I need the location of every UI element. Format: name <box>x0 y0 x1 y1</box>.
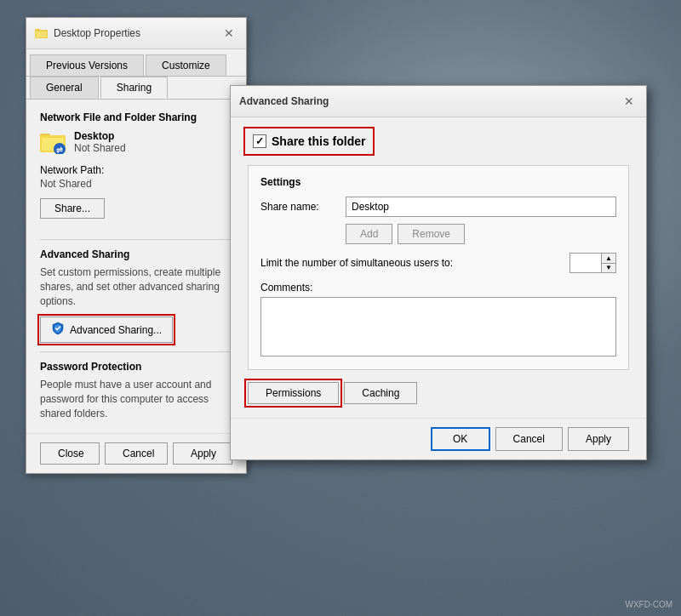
close-icon[interactable]: ✕ <box>220 25 237 42</box>
tab-row-1: Previous Versions Customize <box>26 49 246 77</box>
window-footer: Close Cancel Apply <box>26 433 246 473</box>
network-path-value: Not Shared <box>40 178 232 190</box>
advanced-sharing-button[interactable]: Advanced Sharing... <box>40 317 173 343</box>
share-name-row: Share name: <box>260 197 616 217</box>
divider-1 <box>40 239 232 240</box>
network-path-label: Network Path: <box>40 164 232 176</box>
watermark: WXFD·COM <box>625 600 672 609</box>
divider-2 <box>40 351 232 352</box>
advanced-sharing-dialog: Advanced Sharing ✕ Share this folder Set… <box>230 85 647 460</box>
window-title: Desktop Properties <box>54 27 140 39</box>
folder-info: ⇌ Desktop Not Shared <box>40 130 232 154</box>
advanced-sharing-btn-label: Advanced Sharing... <box>70 324 162 336</box>
add-remove-row: Add Remove <box>346 224 616 244</box>
advanced-sharing-section: Advanced Sharing Set custom permissions,… <box>40 248 232 343</box>
apply-button[interactable]: Apply <box>173 442 232 465</box>
password-section: Password Protection People must have a u… <box>40 361 232 420</box>
desktop-properties-window: Desktop Properties ✕ Previous Versions C… <box>26 17 247 474</box>
dialog-apply-button[interactable]: Apply <box>568 427 629 451</box>
dialog-cancel-button[interactable]: Cancel <box>495 427 563 451</box>
advanced-section-desc: Set custom permissions, create multiple … <box>40 265 232 308</box>
share-name-input[interactable] <box>346 197 616 217</box>
close-button[interactable]: Close <box>40 442 100 465</box>
permissions-button[interactable]: Permissions <box>248 382 339 404</box>
ok-button[interactable]: OK <box>431 427 490 451</box>
advanced-dialog-titlebar: Advanced Sharing ✕ <box>231 86 646 117</box>
folder-status: Not Shared <box>74 142 126 154</box>
network-section-title: Network File and Folder Sharing <box>40 111 232 123</box>
comments-input[interactable] <box>260 297 616 356</box>
advanced-dialog-title: Advanced Sharing <box>239 95 329 107</box>
advanced-dialog-content: Share this folder Settings Share name: A… <box>231 117 646 418</box>
add-button[interactable]: Add <box>346 224 392 244</box>
caching-button[interactable]: Caching <box>344 382 417 404</box>
share-folder-row: Share this folder <box>248 131 370 151</box>
tab-previous-versions[interactable]: Previous Versions <box>30 54 144 76</box>
simultaneous-input[interactable] <box>569 253 602 273</box>
svg-rect-3 <box>36 31 47 37</box>
folder-title-icon <box>35 27 49 39</box>
advanced-dialog-footer: OK Cancel Apply <box>231 418 646 459</box>
settings-group: Settings Share name: Add Remove Limit th… <box>248 165 629 370</box>
spinner-arrows: ▲ ▼ <box>602 253 616 273</box>
share-button[interactable]: Share... <box>40 198 105 219</box>
svg-text:⇌: ⇌ <box>56 145 63 154</box>
spinner-up-button[interactable]: ▲ <box>602 254 615 264</box>
remove-button[interactable]: Remove <box>398 224 465 244</box>
simultaneous-row: Limit the number of simultaneous users t… <box>260 253 616 273</box>
window-content: Network File and Folder Sharing ⇌ Deskto… <box>26 100 246 433</box>
cancel-button[interactable]: Cancel <box>105 442 168 465</box>
password-desc: People must have a user account and pass… <box>40 378 232 420</box>
advanced-dialog-close-icon[interactable]: ✕ <box>621 93 638 110</box>
tab-general[interactable]: General <box>30 77 99 99</box>
comments-label: Comments: <box>260 282 616 294</box>
spinner-down-button[interactable]: ▼ <box>602 264 615 273</box>
share-name-label: Share name: <box>260 201 346 213</box>
perm-caching-row: Permissions Caching <box>248 382 629 404</box>
share-folder-checkbox[interactable] <box>253 134 266 148</box>
advanced-section-title: Advanced Sharing <box>40 248 232 260</box>
tab-sharing[interactable]: Sharing <box>100 77 168 99</box>
folder-details: Desktop Not Shared <box>74 130 126 154</box>
share-folder-label: Share this folder <box>272 134 365 148</box>
simultaneous-label: Limit the number of simultaneous users t… <box>260 257 563 269</box>
tab-customize[interactable]: Customize <box>146 54 226 76</box>
tab-row-2: General Sharing <box>26 77 246 100</box>
shield-icon <box>51 322 65 338</box>
password-section-title: Password Protection <box>40 361 232 373</box>
settings-group-title: Settings <box>260 176 616 188</box>
spinner-group: ▲ ▼ <box>569 253 616 273</box>
folder-icon-large: ⇌ <box>40 130 67 154</box>
folder-name: Desktop <box>74 130 126 142</box>
desktop-properties-titlebar: Desktop Properties ✕ <box>26 18 246 49</box>
